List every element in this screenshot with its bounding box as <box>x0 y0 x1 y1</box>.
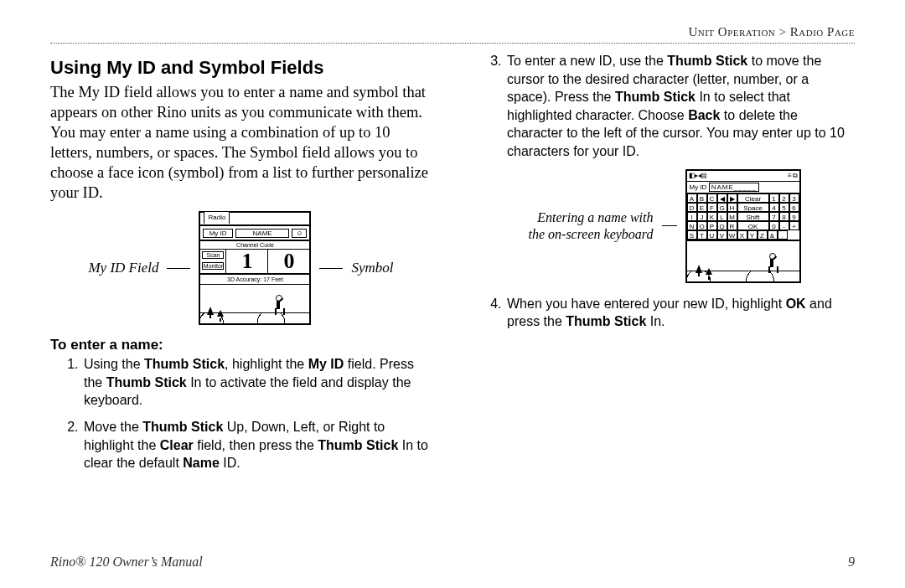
left-column: Using My ID and Symbol Fields The My ID … <box>50 52 432 481</box>
kbd-key: Y <box>747 230 758 240</box>
kbd-key: 5 <box>779 203 789 212</box>
figure-label-my-id: My ID Field <box>88 260 158 276</box>
kbd-status-bar: ◧▸◂▤ ≡ ⧉ <box>687 171 799 182</box>
kbd-key: OK <box>737 221 769 230</box>
kbd-key: U <box>707 230 717 240</box>
page-number: 9 <box>848 554 855 570</box>
kbd-key: + <box>789 221 799 230</box>
figure-keyboard-screen: Entering a name with the on-screen keybo… <box>473 169 855 283</box>
kbd-row: IJKLMShift789 <box>687 212 799 221</box>
kbd-key: A <box>687 193 697 203</box>
kbd-grid: ABC◀▶Clear123DEFGHSpace456IJKLMShift789N… <box>687 193 799 241</box>
breadcrumb-section: Unit Operation <box>688 25 775 39</box>
step-2: Move the Thumb Stick Up, Down, Left, or … <box>82 418 432 472</box>
kbd-key: 1 <box>769 193 779 203</box>
accuracy-status: 3D Accuracy: 17 Feet <box>200 275 309 284</box>
breadcrumb-page: Radio Page <box>790 25 855 39</box>
kbd-id-value: NAME_____ <box>709 183 759 192</box>
kbd-key: 2 <box>779 193 789 203</box>
manual-title: Rino® 120 Owner’s Manual <box>50 554 203 570</box>
kbd-id-label: My ID <box>690 183 707 191</box>
kbd-map-scene <box>687 241 799 281</box>
breadcrumb-sep: > <box>775 25 789 39</box>
status-icons-left: ◧▸◂▤ <box>689 171 707 181</box>
steps-list-left: Using the Thumb Stick, highlight the My … <box>64 355 432 472</box>
kbd-key: W <box>727 230 737 240</box>
kbd-key: 7 <box>769 212 779 221</box>
hills-icon <box>200 312 309 323</box>
kbd-key: 6 <box>789 203 799 212</box>
section-heading: Using My ID and Symbol Fields <box>50 57 432 79</box>
kbd-key: H <box>727 203 737 212</box>
kbd-key: P <box>707 221 717 230</box>
step-3: To enter a new ID, use the Thumb Stick t… <box>505 52 855 161</box>
kbd-key: B <box>697 193 707 203</box>
scan-button: Scan <box>202 251 224 259</box>
kbd-key: O <box>697 221 707 230</box>
intro-paragraph: The My ID field allows you to enter a na… <box>50 82 432 203</box>
kbd-key: Q <box>717 221 727 230</box>
symbol-chip: ☺ <box>292 229 307 238</box>
my-id-chip: My ID <box>203 229 232 238</box>
device-title-bar: Radio <box>200 213 309 226</box>
kbd-key: 8 <box>779 212 789 221</box>
kbd-row: NOPQROK0-+ <box>687 221 799 230</box>
keyboard-device-screen: ◧▸◂▤ ≡ ⧉ My ID NAME_____ ABC◀▶Clear123DE… <box>685 169 801 283</box>
page-footer: Rino® 120 Owner’s Manual 9 <box>50 554 855 570</box>
monitor-button: Monitor <box>202 262 224 270</box>
kbd-key: E <box>697 203 707 212</box>
right-column: To enter a new ID, use the Thumb Stick t… <box>473 52 855 481</box>
kbd-key: F <box>707 203 717 212</box>
step-1: Using the Thumb Stick, highlight the My … <box>82 355 432 410</box>
header-rule <box>50 43 855 44</box>
kbd-key: ◀ <box>717 193 727 203</box>
channel-label: Channel Code <box>200 241 309 249</box>
kbd-id-row: My ID NAME_____ <box>687 182 799 193</box>
kbd-key: L <box>717 212 727 221</box>
kbd-key: T <box>697 230 707 240</box>
kbd-key: ▶ <box>727 193 737 203</box>
my-id-value: NAME <box>235 229 290 238</box>
kbd-key: G <box>717 203 727 212</box>
kbd-key: 0 <box>769 221 779 230</box>
kbd-key: & <box>768 230 778 240</box>
figure-radio-screen: My ID Field Radio My ID NAME ☺ Channel C… <box>50 211 432 325</box>
kbd-key: K <box>707 212 717 221</box>
kbd-row: ABC◀▶Clear123 <box>687 193 799 203</box>
leader-line-left <box>167 268 190 269</box>
kbd-key: N <box>687 221 697 230</box>
kbd-key: D <box>687 203 697 212</box>
channel-digit-2: 0 <box>267 250 309 273</box>
kbd-key: - <box>779 221 789 230</box>
steps-list-right-bottom: When you have entered your new ID, highl… <box>487 295 855 331</box>
kbd-key: Shift <box>737 212 769 221</box>
kbd-key: C <box>707 193 717 203</box>
kbd-row: STUVWXYZ&. <box>687 230 799 240</box>
kbd-key: V <box>717 230 727 240</box>
kbd-key: . <box>778 230 788 240</box>
kbd-key: S <box>687 230 697 240</box>
kbd-key: J <box>697 212 707 221</box>
hills-icon <box>687 271 799 281</box>
content-columns: Using My ID and Symbol Fields The My ID … <box>50 52 855 481</box>
figure-label-symbol: Symbol <box>351 260 393 276</box>
kbd-key: 9 <box>789 212 799 221</box>
device-screen: Radio My ID NAME ☺ Channel Code Scan Mon… <box>199 211 311 325</box>
manual-page: Unit Operation > Radio Page Using My ID … <box>0 0 905 588</box>
channel-digit-1: 1 <box>225 250 267 273</box>
steps-list-right-top: To enter a new ID, use the Thumb Stick t… <box>487 52 855 161</box>
kbd-key: M <box>727 212 737 221</box>
step-4: When you have entered your new ID, highl… <box>505 295 855 331</box>
kbd-key: 3 <box>789 193 799 203</box>
kbd-row: DEFGHSpace456 <box>687 203 799 212</box>
leader-line-right <box>319 268 343 269</box>
kbd-key: Z <box>758 230 768 240</box>
subheading-enter-name: To enter a name: <box>50 337 432 353</box>
channel-digits: 1 0 <box>225 250 309 273</box>
kbd-key: X <box>737 230 747 240</box>
kbd-key: R <box>727 221 737 230</box>
kbd-key: Space <box>737 203 769 212</box>
status-icons-right: ≡ ⧉ <box>788 171 797 181</box>
kbd-key: Clear <box>737 193 769 203</box>
kbd-key: I <box>687 212 697 221</box>
